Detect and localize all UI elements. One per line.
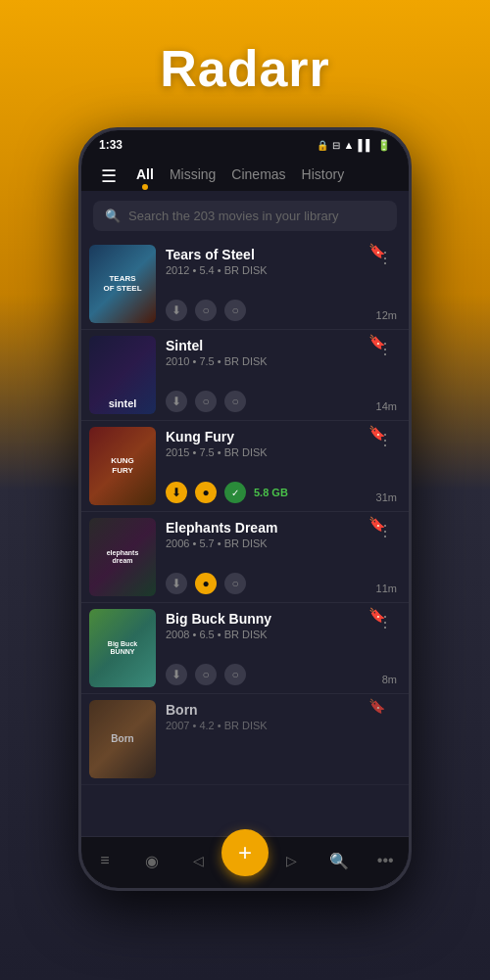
- nav-tabs: All Missing Cinemas History: [136, 163, 393, 190]
- nav-search-button[interactable]: 🔍: [316, 852, 363, 870]
- bookmark-icon: 🔖: [368, 334, 385, 350]
- list-icon: ≡: [100, 852, 109, 869]
- lock-icon: 🔒: [317, 140, 328, 151]
- status-time: 1:33: [99, 138, 122, 152]
- check-circle-icon: ✓: [224, 482, 246, 503]
- movie-info: Tears of Steel 2012 • 5.4 • BR DISK ⋮ ⬇ …: [166, 245, 397, 323]
- forward-chevron-icon: ▷: [286, 853, 297, 868]
- movie-time: 31m: [376, 491, 397, 503]
- search-nav-icon: 🔍: [329, 852, 349, 870]
- movie-title: Tears of Steel: [166, 247, 268, 262]
- list-item[interactable]: 🔖 sintel Sintel 2010 • 7.5 • BR DISK ⋮ ⬇: [81, 330, 409, 421]
- back-chevron-icon: ◁: [193, 853, 204, 868]
- download-icon[interactable]: ⬇: [166, 482, 187, 503]
- movie-time: 8m: [382, 674, 397, 685]
- status-circle-icon: ●: [195, 482, 217, 503]
- status-bar: 1:33 🔒 ⊟ ▲ ▌▌ 🔋: [81, 130, 409, 156]
- movie-info: Big Buck Bunny 2008 • 6.5 • BR DISK ⋮ ⬇ …: [166, 609, 397, 687]
- check-circle-icon: ○: [224, 300, 246, 321]
- tab-missing[interactable]: Missing: [170, 163, 216, 190]
- download-icon[interactable]: ⬇: [166, 664, 187, 685]
- download-icon[interactable]: ⬇: [166, 300, 187, 321]
- movie-meta: 2007 • 4.2 • BR DISK: [166, 720, 268, 731]
- hero-title: Radarr: [160, 0, 330, 127]
- wifi-icon: ▲: [344, 139, 355, 151]
- movie-meta: 2015 • 7.5 • BR DISK: [166, 446, 268, 458]
- movie-meta: 2008 • 6.5 • BR DISK: [166, 629, 271, 640]
- movie-meta: 2010 • 7.5 • BR DISK: [166, 355, 268, 367]
- nav-more-button[interactable]: •••: [362, 852, 409, 869]
- status-circle-icon: ●: [195, 573, 217, 594]
- list-item[interactable]: 🔖 Born Born 2007 • 4.2 • BR DISK: [81, 694, 409, 785]
- nav-back-icon[interactable]: ◁: [174, 853, 221, 868]
- bookmark-icon: 🔖: [368, 243, 385, 258]
- status-icons: 🔒 ⊟ ▲ ▌▌ 🔋: [317, 139, 391, 152]
- movie-time: 12m: [376, 309, 397, 321]
- bookmark-icon: 🔖: [368, 607, 385, 623]
- list-item[interactable]: 🔖 TEARSOF STEEL Tears of Steel 2012 • 5.…: [81, 239, 409, 330]
- tab-cinemas[interactable]: Cinemas: [231, 163, 285, 190]
- list-item[interactable]: 🔖 KUNGFURY Kung Fury 2015 • 7.5 • BR DIS…: [81, 421, 409, 512]
- fab-plus-icon: +: [221, 829, 269, 876]
- bottom-nav: ≡ ◉ ◁ + ▷ 🔍 •••: [81, 836, 409, 888]
- more-dots-icon: •••: [377, 852, 394, 869]
- status-circle-icon: ○: [195, 664, 217, 685]
- download-icon[interactable]: ⬇: [166, 391, 187, 412]
- movie-meta: 2006 • 5.7 • BR DISK: [166, 537, 277, 549]
- movie-title: Big Buck Bunny: [166, 611, 271, 627]
- signal-icon: ▌▌: [358, 139, 373, 151]
- movie-title: Born: [166, 702, 268, 718]
- search-placeholder-text: Search the 203 movies in your library: [128, 209, 339, 223]
- movie-poster: sintel: [89, 336, 156, 414]
- movie-meta: 2012 • 5.4 • BR DISK: [166, 264, 268, 276]
- movie-time: 14m: [376, 400, 397, 412]
- movie-info: Elephants Dream 2006 • 5.7 • BR DISK ⋮ ⬇…: [166, 518, 397, 596]
- download-icon[interactable]: ⬇: [166, 573, 187, 594]
- phone-shell: 1:33 🔒 ⊟ ▲ ▌▌ 🔋 ☰ All Missing Cinemas Hi…: [78, 127, 412, 891]
- movie-poster: Born: [89, 700, 156, 778]
- check-circle-icon: ○: [224, 573, 246, 594]
- bookmark-icon: 🔖: [368, 516, 385, 532]
- check-circle-icon: ○: [224, 664, 246, 685]
- search-icon: 🔍: [105, 209, 121, 223]
- status-circle-icon: ○: [195, 391, 217, 412]
- nav-list-icon[interactable]: ≡: [81, 852, 128, 869]
- movie-poster: TEARSOF STEEL: [89, 245, 156, 323]
- eye-icon: ◉: [145, 852, 159, 870]
- movie-title: Elephants Dream: [166, 520, 277, 536]
- menu-hamburger-icon[interactable]: ☰: [97, 162, 121, 191]
- movie-info: Born 2007 • 4.2 • BR DISK: [166, 700, 397, 778]
- tab-all[interactable]: All: [136, 163, 154, 190]
- battery-icon: 🔋: [377, 139, 391, 152]
- movie-poster: Big BuckBUNNY: [89, 609, 156, 687]
- list-item[interactable]: 🔖 Big BuckBUNNY Big Buck Bunny 2008 • 6.…: [81, 603, 409, 694]
- tab-history[interactable]: History: [302, 163, 345, 190]
- movie-time: 11m: [376, 583, 397, 594]
- fab-add-button[interactable]: +: [221, 845, 269, 876]
- nav-forward-icon[interactable]: ▷: [269, 853, 316, 868]
- bookmark-icon: 🔖: [368, 698, 385, 714]
- movie-poster: KUNGFURY: [89, 427, 156, 505]
- top-nav: ☰ All Missing Cinemas History: [81, 156, 409, 191]
- nav-eye-icon[interactable]: ◉: [128, 852, 175, 870]
- movie-info: Kung Fury 2015 • 7.5 • BR DISK ⋮ ⬇ ● ✓ 5…: [166, 427, 397, 505]
- bookmark-icon: 🔖: [368, 425, 385, 441]
- movie-poster: elephantsdream: [89, 518, 156, 596]
- check-circle-icon: ○: [224, 391, 246, 412]
- list-item[interactable]: 🔖 elephantsdream Elephants Dream 2006 • …: [81, 512, 409, 603]
- file-size: 5.8 GB: [254, 487, 288, 498]
- phone-screen: 1:33 🔒 ⊟ ▲ ▌▌ 🔋 ☰ All Missing Cinemas Hi…: [81, 130, 409, 888]
- status-circle-icon: ○: [195, 300, 217, 321]
- sim-icon: ⊟: [332, 140, 340, 151]
- movie-title: Sintel: [166, 338, 268, 353]
- movie-list: 🔖 TEARSOF STEEL Tears of Steel 2012 • 5.…: [81, 239, 409, 836]
- movie-title: Kung Fury: [166, 429, 268, 444]
- search-bar[interactable]: 🔍 Search the 203 movies in your library: [93, 201, 397, 231]
- movie-info: Sintel 2010 • 7.5 • BR DISK ⋮ ⬇ ○ ○: [166, 336, 397, 414]
